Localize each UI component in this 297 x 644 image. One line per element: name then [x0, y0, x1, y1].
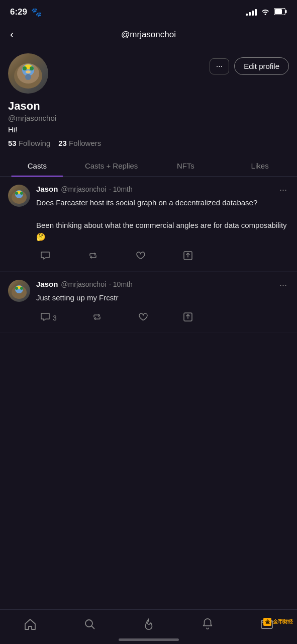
cast-handle: @mrjasonchoi [61, 185, 106, 193]
like-button[interactable] [134, 310, 152, 327]
cast-header: Jason @mrjasonchoi · 10mth ··· [36, 185, 289, 195]
cast-text: Just setting up my Frcstr [36, 292, 289, 304]
cast-actions: 3 [36, 310, 197, 333]
recast-icon [88, 251, 98, 263]
share-button[interactable] [179, 249, 197, 265]
status-left: 6:29 🐾 [10, 7, 42, 18]
svg-point-9 [26, 70, 31, 73]
home-indicator [119, 638, 179, 641]
battery-icon [274, 8, 287, 17]
comment-icon [40, 251, 50, 263]
tabs: Casts Casts + Replies NFTs Likes [0, 155, 297, 177]
profile-handle: @mrjasonchoi [8, 114, 289, 122]
svg-rect-2 [285, 10, 287, 13]
svg-point-8 [30, 66, 34, 70]
cast-more-button[interactable]: ··· [277, 280, 289, 290]
cast-header: Jason @mrjasonchoi · 10mth ··· [36, 280, 289, 290]
like-button[interactable] [131, 249, 149, 265]
cast-handle: @mrjasonchoi [61, 280, 106, 288]
cast-item: Jason @mrjasonchoi · 10mth ··· Does Farc… [0, 177, 297, 272]
share-button[interactable] [179, 310, 197, 327]
tab-nfts[interactable]: NFTs [149, 155, 223, 176]
heart-icon [138, 312, 148, 325]
watermark-icon: 金 [263, 618, 271, 626]
signal-icon [246, 9, 257, 16]
more-options-button[interactable]: ··· [210, 58, 229, 74]
feed: Jason @mrjasonchoi · 10mth ··· Does Farc… [0, 177, 297, 333]
edit-profile-button[interactable]: Edit profile [234, 57, 289, 75]
watermark: 金 金币财经 [263, 618, 293, 626]
profile-actions: ··· Edit profile [210, 57, 289, 75]
comment-count: 3 [53, 314, 57, 322]
following-label: Following [19, 139, 50, 147]
home-nav-button[interactable] [16, 615, 45, 634]
cast-avatar [8, 280, 30, 302]
recast-icon [92, 312, 102, 325]
cast-time: · 10mth [109, 185, 133, 193]
cast-text: Does Farcaster host its social graph on … [36, 197, 289, 243]
profile-stats: 53 Following 23 Followers [8, 139, 289, 147]
svg-point-10 [25, 74, 31, 80]
cast-avatar-image [8, 185, 30, 207]
back-button[interactable]: ‹ [8, 26, 16, 43]
cast-name: Jason [36, 280, 58, 288]
followers-label: Followers [69, 139, 101, 147]
status-bar: 6:29 🐾 [0, 0, 297, 22]
avatar-image [8, 53, 48, 94]
followers-stat: 23 Followers [58, 139, 101, 147]
status-time: 6:29 [10, 7, 27, 17]
wifi-icon [261, 8, 270, 17]
svg-point-14 [15, 192, 18, 195]
header: ‹ @mrjasonchoi [0, 22, 297, 47]
cast-avatar-image [8, 280, 30, 302]
cast-item: Jason @mrjasonchoi · 10mth ··· Just sett… [0, 272, 297, 333]
cast-name: Jason [36, 185, 58, 193]
cast-actions [36, 249, 197, 271]
heart-icon [135, 251, 145, 263]
recast-button[interactable] [84, 249, 102, 265]
profile-section: ··· Edit profile Jason @mrjasonchoi Hi! … [0, 47, 297, 147]
share-icon [183, 251, 193, 263]
cast-meta: Jason @mrjasonchoi · 10mth [36, 185, 133, 193]
watermark-text: 金币财经 [273, 618, 293, 625]
svg-rect-1 [275, 9, 282, 14]
comment-icon [40, 312, 50, 325]
header-title: @mrjasonchoi [121, 30, 176, 40]
cast-more-button[interactable]: ··· [277, 185, 289, 195]
share-icon [183, 312, 193, 325]
tab-casts[interactable]: Casts [0, 155, 74, 176]
cast-avatar [8, 185, 30, 207]
avatar [8, 53, 48, 94]
trending-nav-button[interactable] [135, 615, 162, 634]
status-right [246, 8, 287, 17]
profile-bio: Hi! [8, 125, 289, 134]
following-count: 53 [8, 139, 17, 147]
cast-content: Jason @mrjasonchoi · 10mth ··· Does Farc… [36, 185, 289, 271]
notifications-nav-button[interactable] [193, 615, 222, 634]
cast-meta: Jason @mrjasonchoi · 10mth [36, 280, 133, 288]
following-stat: 53 Following [8, 139, 50, 147]
followers-count: 23 [58, 139, 67, 147]
cast-time: · 10mth [109, 280, 133, 288]
comment-button[interactable]: 3 [36, 310, 61, 327]
profile-top: ··· Edit profile [8, 53, 289, 94]
recast-button[interactable] [88, 310, 106, 327]
svg-point-7 [23, 66, 27, 70]
svg-point-21 [20, 287, 23, 290]
svg-point-20 [15, 287, 18, 290]
comment-button[interactable] [36, 249, 54, 265]
paw-icon: 🐾 [31, 7, 42, 18]
svg-point-15 [20, 192, 23, 195]
profile-name: Jason [8, 100, 289, 113]
tab-casts-replies[interactable]: Casts + Replies [74, 155, 149, 176]
tab-likes[interactable]: Likes [223, 155, 297, 176]
cast-content: Jason @mrjasonchoi · 10mth ··· Just sett… [36, 280, 289, 333]
search-nav-button[interactable] [75, 615, 105, 634]
